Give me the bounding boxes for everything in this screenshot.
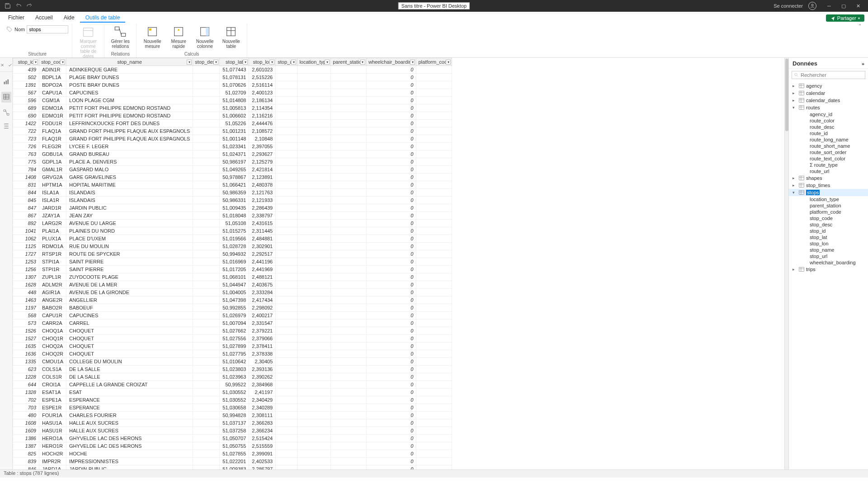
new-column-button[interactable]: Nouvelle colonne: [193, 25, 217, 49]
undo-icon[interactable]: [15, 3, 22, 9]
field-route_sort_order[interactable]: route_sort_order: [789, 149, 868, 155]
column-filter-stop_name[interactable]: ▾: [187, 60, 192, 65]
column-header-parent_station[interactable]: parent_station▾: [331, 58, 367, 66]
field-stop_desc[interactable]: stop_desc: [789, 221, 868, 228]
menu-tab-aide[interactable]: Aide: [58, 13, 80, 23]
column-header-stop_url[interactable]: stop_url▾: [276, 58, 297, 66]
share-button[interactable]: Partager ▾: [826, 14, 864, 22]
data-grid[interactable]: stop_id▾stop_code▾stop_name▾stop_desc▾st…: [13, 58, 452, 469]
column-filter-stop_lon[interactable]: ▾: [269, 60, 274, 65]
field-stop_url[interactable]: stop_url: [789, 253, 868, 259]
table-row[interactable]: 1391BDPO2APOSTE BRAY DUNES51,0706262,516…: [13, 81, 452, 89]
field-route_text_color[interactable]: route_text_color: [789, 155, 868, 162]
table-row[interactable]: 596CGM1ALOON PLAGE CGM51,0148082,1861340: [13, 97, 452, 104]
table-row[interactable]: 775GDPL1APLACE A. DENVERS50,9861972,1252…: [13, 158, 452, 166]
close-button[interactable]: ✕: [851, 1, 865, 10]
table-row[interactable]: 1307ZUPL1RZUYDCOOTE PLAGE51,0681012,4881…: [13, 273, 452, 281]
table-row[interactable]: 1197BABO2RBABOEUF50,9928552,2980920: [13, 304, 452, 312]
field-stop_name[interactable]: stop_name: [789, 247, 868, 253]
manage-relations-button[interactable]: Gérer les relations: [108, 25, 132, 49]
table-row[interactable]: 439ADIN1RADINKERQUE GARE51,0774432,60102…: [13, 66, 452, 74]
table-row[interactable]: 1386HERO1AGHYVELDE LAC DES HERONS51,0507…: [13, 435, 452, 442]
table-row[interactable]: 623COLS1ADE LA SALLE51,0238032,3931360: [13, 366, 452, 373]
table-row[interactable]: 702ESPE1AESPERANCE51,0305522,3404290: [13, 396, 452, 404]
table-row[interactable]: 573CARR2ACARREL51,0070942,3315470: [13, 319, 452, 327]
column-filter-stop_id[interactable]: ▾: [33, 60, 38, 65]
table-row[interactable]: 723FLAQ1RGRAND FORT PHILIPPE FLAQUE AUX …: [13, 135, 452, 143]
commit-formula-icon[interactable]: [8, 61, 13, 69]
save-icon[interactable]: [5, 3, 11, 9]
field-route_type[interactable]: Σ route_type: [789, 162, 868, 168]
table-row[interactable]: 1256STPI1RSAINT PIERRE51,0172052,4419690: [13, 266, 452, 273]
column-filter-stop_code[interactable]: ▾: [60, 60, 65, 65]
search-input-container[interactable]: [792, 71, 865, 79]
data-panel-chevron-icon[interactable]: »: [862, 61, 864, 66]
model-view-icon[interactable]: [3, 109, 10, 116]
column-filter-stop_lat[interactable]: ▾: [243, 60, 248, 65]
column-filter-location_type[interactable]: ▾: [325, 60, 330, 65]
user-icon[interactable]: [808, 2, 816, 10]
column-filter-stop_desc[interactable]: ▾: [213, 60, 218, 65]
table-routes[interactable]: ▾routes: [789, 104, 868, 111]
cancel-formula-icon[interactable]: [0, 61, 5, 69]
table-row[interactable]: 644CROI1ACAPPELLE LA GRANDE CROIZAT50,99…: [13, 381, 452, 389]
table-row[interactable]: 1335CMOU1ACOLLEGE DU MOULIN51,0106422,30…: [13, 358, 452, 366]
table-row[interactable]: 722FLAQ1AGRAND FORT PHILIPPE FLAQUE AUX …: [13, 127, 452, 135]
table-row[interactable]: 845ISLA1RISLANDAIS50,9863312,1219330: [13, 197, 452, 204]
table-row[interactable]: 567CAPU1ACAPUCINES51,027092,4001230: [13, 89, 452, 97]
data-view-icon[interactable]: [1, 92, 11, 103]
table-row[interactable]: 784GMAL1RGASPARD MALO51,0492652,4218140: [13, 166, 452, 174]
table-agency[interactable]: ▸agency: [789, 82, 868, 89]
table-row[interactable]: 892LARG2RAVENUE DU LARGE51,051082,431615…: [13, 220, 452, 227]
field-stop_lon[interactable]: stop_lon: [789, 240, 868, 247]
minimize-button[interactable]: ─: [822, 1, 836, 10]
column-header-stop_desc[interactable]: stop_desc▾: [193, 58, 220, 66]
fields-tree[interactable]: ▸agency▸calendar▸calendar_dates▾routesag…: [789, 81, 868, 469]
redo-icon[interactable]: [26, 3, 33, 9]
column-header-stop_code[interactable]: stop_code▾: [39, 58, 66, 66]
field-parent_station[interactable]: parent_station: [789, 202, 868, 209]
column-filter-parent_station[interactable]: ▾: [360, 60, 365, 65]
table-row[interactable]: 846JARD1AJARDIN PUBLIC51,0093832,2867970: [13, 465, 452, 470]
field-stop_lat[interactable]: stop_lat: [789, 234, 868, 240]
table-trips[interactable]: ▸trips: [789, 266, 868, 273]
quick-measure-button[interactable]: Mesure rapide: [166, 25, 191, 49]
column-header-stop_name[interactable]: stop_name▾: [66, 58, 193, 66]
column-filter-wheelchair_boarding[interactable]: ▾: [410, 60, 415, 65]
table-stop_times[interactable]: ▸stop_times: [789, 182, 868, 189]
table-row[interactable]: 690EDMO1RPETIT FORT PHILIPPE EDMOND ROST…: [13, 112, 452, 120]
column-header-stop_id[interactable]: stop_id▾: [13, 58, 39, 66]
table-row[interactable]: 1727RTSP1RROUTE DE SPYCKER50,9949322,292…: [13, 250, 452, 258]
table-row[interactable]: 689EDMO1APETIT FORT PHILIPPE EDMOND ROST…: [13, 104, 452, 112]
column-filter-platform_code[interactable]: ▾: [446, 60, 451, 65]
report-view-icon[interactable]: [3, 78, 10, 85]
menu-tab-outils-de-table[interactable]: Outils de table: [80, 13, 126, 23]
table-row[interactable]: 1408GRVG2AGARE GRAVELINES50,9788672,1238…: [13, 174, 452, 181]
table-row[interactable]: 831HPTM1AHOPITAL MARITIME51,0664212,4803…: [13, 181, 452, 189]
menu-tab-accueil[interactable]: Accueil: [30, 13, 58, 23]
new-measure-button[interactable]: Nouvelle mesure: [140, 25, 165, 49]
table-row[interactable]: 1125RDMO1ARUE DU MOULIN51,0287282,302901…: [13, 243, 452, 250]
field-platform_code[interactable]: platform_code: [789, 209, 868, 215]
field-route_url[interactable]: route_url: [789, 168, 868, 174]
table-row[interactable]: 1422FDDU1RLEFFRINCKOUCKE FORT DES DUNES5…: [13, 120, 452, 127]
field-route_desc[interactable]: route_desc: [789, 124, 868, 130]
table-row[interactable]: 726FLEG2RLYCEE F. LEGER51,0233412,397055…: [13, 143, 452, 150]
table-row[interactable]: 1228COLS1RDE LA SALLE51,0239632,3902620: [13, 373, 452, 381]
field-route_id[interactable]: route_id: [789, 130, 868, 136]
table-row[interactable]: 1526CHOQ1ACHOQUET51,0276622,3792210: [13, 327, 452, 335]
table-calendar_dates[interactable]: ▸calendar_dates: [789, 97, 868, 104]
table-row[interactable]: 1628ADLM2RAVENUE DE LA MER51,0449472,403…: [13, 281, 452, 289]
table-row[interactable]: 1527CHOQ1RCHOQUET51,0275562,3790660: [13, 335, 452, 343]
new-table-button[interactable]: Nouvelle table: [219, 25, 243, 49]
field-wheelchair_boarding[interactable]: wheelchair_boarding: [789, 259, 868, 266]
table-stops[interactable]: ▾stops: [789, 189, 868, 196]
table-name-input[interactable]: [27, 25, 68, 33]
table-row[interactable]: 1636CHOQ2RCHOQUET51,0277952,3783380: [13, 350, 452, 358]
field-route_long_name[interactable]: route_long_name: [789, 136, 868, 143]
menu-tab-fichier[interactable]: Fichier: [3, 13, 30, 23]
table-row[interactable]: 703ESPE1RESPERANCE51,0306582,3402890: [13, 404, 452, 412]
vertical-scrollbar[interactable]: [784, 58, 788, 469]
search-input[interactable]: [801, 72, 863, 78]
table-row[interactable]: 1041PLAI1APLAINES DU NORD51,0152752,3114…: [13, 227, 452, 235]
